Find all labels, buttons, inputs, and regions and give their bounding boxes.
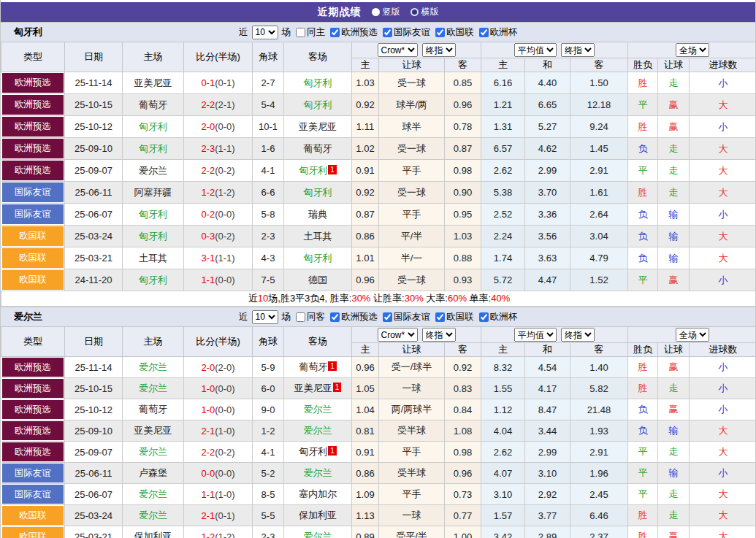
same-venue-filter[interactable]: 同客 bbox=[293, 311, 325, 323]
corners-cell: 5-8 bbox=[253, 204, 284, 226]
league-filter[interactable]: 欧洲杯 bbox=[476, 311, 518, 323]
away-team: 葡萄牙 bbox=[284, 138, 352, 160]
avg-away-odds: 1.45 bbox=[570, 138, 628, 160]
result-handicap: 输 bbox=[658, 463, 690, 484]
league-filter[interactable]: 欧洲预选 bbox=[327, 311, 378, 323]
league-filter[interactable]: 欧洲杯 bbox=[476, 26, 518, 39]
handicap-line: 受一球 bbox=[379, 269, 445, 291]
league-filter-checkbox[interactable] bbox=[383, 28, 392, 37]
halftime-score: (0-2) bbox=[215, 165, 234, 176]
handicap-line: 平手 bbox=[379, 442, 445, 463]
avg-source-select[interactable]: 平均值 bbox=[514, 328, 557, 342]
result-wdl: 胜 bbox=[628, 357, 658, 378]
league-filter-checkbox[interactable] bbox=[435, 312, 445, 322]
red-card-badge: 1 bbox=[328, 446, 337, 456]
score-cell: 2-0(2-0) bbox=[184, 357, 253, 378]
column-header: 日期 bbox=[65, 42, 123, 72]
league-filter[interactable]: 欧国联 bbox=[432, 26, 474, 39]
result-goals: 大 bbox=[690, 138, 756, 160]
match-row: 欧国联25-03-24匈牙利0-3(0-2)2-3土耳其0.86平/半1.032… bbox=[1, 226, 756, 247]
away-team-name: 匈牙利 bbox=[304, 187, 332, 198]
final-odds-select[interactable]: 终指 bbox=[422, 43, 456, 57]
recent-count-select[interactable]: 10 bbox=[252, 26, 278, 39]
avg-home-odds: 1.57 bbox=[481, 505, 525, 526]
avg-final-odds-select[interactable]: 终指 bbox=[561, 328, 595, 342]
odds-source-select[interactable]: Crow* bbox=[378, 328, 418, 342]
away-team: 爱尔兰 bbox=[284, 526, 352, 538]
result-wdl: 负 bbox=[628, 247, 658, 269]
summary-segment: 10 bbox=[258, 293, 268, 304]
league-type-cell: 国际友谊 bbox=[1, 484, 65, 505]
recent-count-select[interactable]: 10 bbox=[252, 310, 278, 324]
handicap-line: 受平/半 bbox=[379, 526, 445, 538]
league-filter-checkbox[interactable] bbox=[479, 312, 489, 322]
same-venue-checkbox[interactable] bbox=[296, 28, 305, 37]
fulltime-score: 2-0 bbox=[201, 121, 215, 132]
match-row: 欧洲预选25-09-07爱尔兰2-2(0-2)4-1匈牙利10.91平手0.98… bbox=[1, 442, 756, 463]
halftime-score: (1-2) bbox=[215, 187, 234, 198]
league-filter-checkbox[interactable] bbox=[435, 28, 445, 37]
league-filter-checkbox[interactable] bbox=[330, 312, 340, 322]
corners-cell: 1-6 bbox=[253, 138, 284, 160]
handicap-line: 球半 bbox=[379, 116, 445, 138]
league-filter[interactable]: 欧国联 bbox=[432, 311, 474, 323]
home-team: 保加利亚 bbox=[123, 526, 184, 538]
layout-vertical-radio[interactable]: 竖版 bbox=[372, 6, 400, 18]
match-date: 25-06-07 bbox=[65, 484, 123, 505]
corners-cell: 5-9 bbox=[253, 357, 284, 378]
handicap-home-odds: 0.86 bbox=[352, 226, 379, 247]
home-team: 匈牙利 bbox=[123, 269, 184, 291]
handicap-home-odds: 0.81 bbox=[352, 420, 379, 442]
summary-segment: 60% bbox=[448, 293, 467, 304]
sub-column-header: 让球 bbox=[379, 343, 445, 357]
avg-draw-odds: 3.63 bbox=[525, 247, 570, 269]
league-filter[interactable]: 国际友谊 bbox=[380, 311, 430, 323]
result-wdl: 平 bbox=[628, 269, 658, 291]
avg-away-odds: 2.91 bbox=[570, 160, 628, 182]
match-row: 欧洲预选25-10-15爱尔兰1-0(0-0)6-0亚美尼亚11.05一球0.8… bbox=[1, 378, 756, 399]
home-team-name: 匈牙利 bbox=[139, 231, 167, 242]
avg-draw-odds: 2.99 bbox=[525, 160, 570, 182]
matches-table: 类型日期主场比分(半场)角球客场Crow*终指平均值终指全场主让球客主和客胜负让… bbox=[1, 326, 756, 538]
avg-draw-odds: 3.70 bbox=[525, 182, 570, 204]
column-header: 角球 bbox=[253, 327, 284, 357]
fulltime-select[interactable]: 全场 bbox=[676, 43, 709, 57]
home-team: 葡萄牙 bbox=[123, 94, 184, 116]
fulltime-group: 全场 bbox=[628, 42, 756, 58]
score-cell: 0-0(0-0) bbox=[184, 463, 253, 484]
league-filter-checkbox[interactable] bbox=[383, 312, 392, 322]
avg-draw-odds: 2.99 bbox=[525, 442, 570, 463]
avg-home-odds: 2.24 bbox=[481, 226, 525, 247]
league-type-cell: 欧国联 bbox=[1, 526, 65, 538]
league-filter[interactable]: 国际友谊 bbox=[380, 26, 430, 39]
avg-home-odds: 1.21 bbox=[481, 94, 525, 116]
games-label: 场 bbox=[282, 26, 291, 39]
result-handicap: 赢 bbox=[658, 357, 690, 378]
home-team: 爱尔兰 bbox=[123, 442, 184, 463]
league-filter-checkbox[interactable] bbox=[330, 28, 340, 37]
handicap-line: 平手 bbox=[379, 484, 445, 505]
avg-away-odds: 1.50 bbox=[570, 72, 628, 94]
odds-source-select[interactable]: Crow* bbox=[378, 43, 418, 57]
avg-home-odds: 5.38 bbox=[481, 182, 525, 204]
league-filter-checkbox[interactable] bbox=[479, 28, 489, 37]
fulltime-select[interactable]: 全场 bbox=[676, 328, 709, 342]
same-venue-checkbox[interactable] bbox=[296, 312, 305, 322]
league-filter[interactable]: 欧洲预选 bbox=[327, 26, 378, 39]
league-type-cell: 欧洲预选 bbox=[1, 399, 65, 420]
avg-source-select[interactable]: 平均值 bbox=[514, 43, 557, 57]
away-team: 塞内加尔 bbox=[284, 484, 352, 505]
home-team: 土耳其 bbox=[123, 247, 184, 269]
radio-unselected-icon bbox=[411, 8, 419, 16]
final-odds-select[interactable]: 终指 bbox=[422, 328, 456, 342]
same-venue-filter[interactable]: 同主 bbox=[293, 26, 325, 39]
result-wdl: 胜 bbox=[628, 526, 658, 538]
avg-final-odds-select[interactable]: 终指 bbox=[561, 43, 595, 57]
handicap-home-odds: 1.09 bbox=[352, 484, 379, 505]
league-type-badge: 国际友谊 bbox=[2, 485, 64, 504]
fulltime-score: 0-1 bbox=[201, 77, 215, 88]
sub-column-header: 和 bbox=[525, 343, 570, 357]
away-team: 爱尔兰 bbox=[284, 463, 352, 484]
avg-away-odds: 2.45 bbox=[570, 484, 628, 505]
layout-horizontal-radio[interactable]: 横版 bbox=[411, 6, 439, 18]
